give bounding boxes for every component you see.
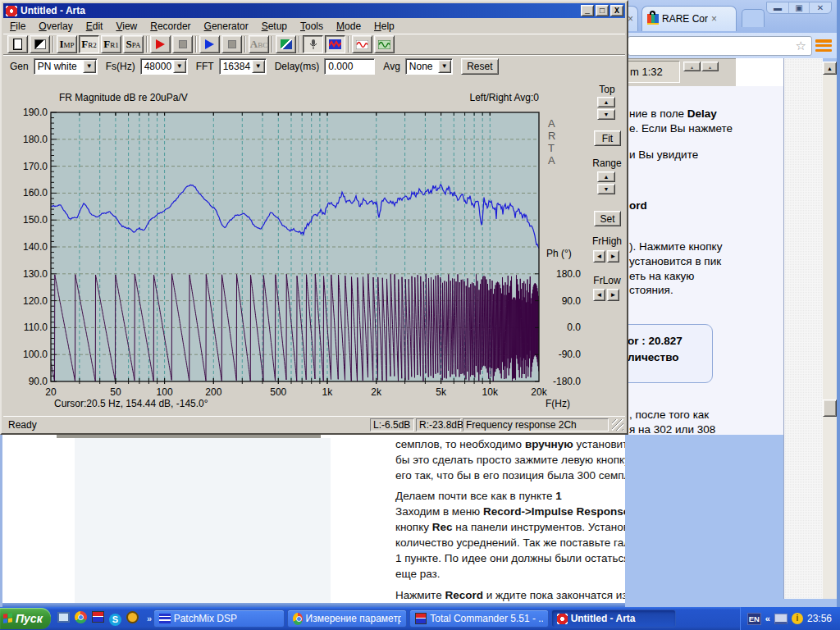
top-up-button[interactable]: ▲ <box>597 97 615 107</box>
signal-gen-button[interactable] <box>325 35 345 53</box>
menu-item-view[interactable]: View <box>109 19 144 34</box>
chevron-down-icon: ▼ <box>83 60 96 73</box>
generator-setup-button[interactable] <box>374 35 395 53</box>
total-commander-icon[interactable] <box>92 611 104 626</box>
y-axis-tick: 160.0 <box>10 187 48 199</box>
new-file-button[interactable] <box>7 35 28 53</box>
frhigh-right-button[interactable]: ► <box>607 250 619 262</box>
arta-app-icon <box>6 6 17 16</box>
taskbar-arta[interactable]: Untitled - Arta <box>551 609 676 628</box>
scrollbar-thumb[interactable] <box>823 399 837 417</box>
clock-icon[interactable] <box>126 611 139 627</box>
delay-label: Delay(ms) <box>275 61 320 72</box>
fs-select[interactable]: 48000▼ <box>140 58 188 75</box>
abc-label-button[interactable]: ABC <box>249 35 269 53</box>
gen-select[interactable]: PN white▼ <box>34 58 98 75</box>
start-button[interactable]: Пуск <box>0 608 51 629</box>
taskbar-total-commander[interactable]: Total Commander 5.51 - ... <box>409 609 549 628</box>
microphone-button[interactable] <box>303 35 323 53</box>
show-desktop-icon <box>57 612 70 623</box>
frlow-left-button[interactable]: ◄ <box>593 289 605 301</box>
taskbar-patchmix[interactable]: PatchMix DSP <box>153 609 285 628</box>
play-stop-button[interactable] <box>221 35 242 53</box>
reset-button[interactable]: Reset <box>461 58 499 75</box>
menu-item-file[interactable]: File <box>3 19 32 34</box>
start-label: Пуск <box>16 612 43 625</box>
spa-mode-button[interactable]: SPA <box>123 35 144 53</box>
spin-left-button[interactable]: ▴ <box>683 62 701 71</box>
info-tray-icon[interactable]: i <box>792 613 803 624</box>
tray-chevron-icon[interactable]: « <box>765 614 770 623</box>
status-right-level: R:-23.8dB <box>416 418 461 431</box>
record-stop-button[interactable] <box>172 35 193 53</box>
fr1-mode-button[interactable]: FR1 <box>101 35 121 53</box>
play-button[interactable] <box>199 35 220 53</box>
close-button[interactable]: ✕ <box>810 2 831 13</box>
range-up-button[interactable]: ▲ <box>597 171 615 182</box>
menu-item-recorder[interactable]: Recorder <box>144 19 197 34</box>
bookmark-star-icon[interactable]: ☆ <box>796 39 806 53</box>
phase-axis-tick: 0.0 <box>542 322 581 333</box>
menu-item-edit[interactable]: Edit <box>80 19 110 34</box>
chrome-icon[interactable] <box>75 611 87 627</box>
y-axis-tick: 150.0 <box>10 214 48 226</box>
delay-input[interactable]: 0.000 <box>324 58 375 75</box>
fft-select[interactable]: 16384▼ <box>219 58 267 75</box>
fr-magnitude-chart: FR Magnitude dB re 20uPa/VLeft/Right Avg… <box>8 80 584 418</box>
phase-axis-tick: 90.0 <box>542 295 581 307</box>
clock-icon <box>126 611 139 623</box>
total-commander-icon <box>92 611 104 623</box>
record-button[interactable] <box>150 35 171 53</box>
y-axis-tick: 180.0 <box>10 134 48 145</box>
arta-menu-bar: FileOverlayEditViewRecorderGeneratorSetu… <box>3 18 625 34</box>
show-desktop-icon[interactable] <box>57 611 70 626</box>
info-quote-box: or : 20.827личество <box>625 324 713 383</box>
frlow-right-button[interactable]: ► <box>607 289 619 301</box>
resize-grip[interactable] <box>612 419 623 431</box>
display-tray-icon[interactable] <box>774 614 788 624</box>
menu-item-generator[interactable]: Generator <box>198 19 255 34</box>
imp-mode-button[interactable]: IMP <box>57 35 77 53</box>
close-button[interactable]: X <box>610 5 623 16</box>
maximize-button[interactable]: □ <box>596 5 609 16</box>
scroll-up-button[interactable]: ▲ <box>823 62 837 75</box>
tab-rare-cor[interactable]: RARE Cor × <box>641 6 737 31</box>
menu-item-help[interactable]: Help <box>368 19 401 34</box>
skype-icon: S <box>109 614 121 626</box>
browser-menu-icon[interactable] <box>815 39 832 52</box>
language-indicator[interactable]: EN <box>747 613 761 625</box>
minimize-button[interactable]: _ <box>581 5 594 16</box>
menu-item-tools[interactable]: Tools <box>294 19 330 34</box>
sine-button[interactable] <box>352 35 372 53</box>
phase-axis-label: Ph (°) <box>546 248 572 259</box>
avg-select[interactable]: None▼ <box>405 58 453 75</box>
y-axis-tick: 90.0 <box>10 376 48 387</box>
spectrum-scaling-button[interactable] <box>276 35 296 53</box>
maximize-button[interactable]: ▣ <box>788 2 810 13</box>
menu-item-setup[interactable]: Setup <box>255 19 294 34</box>
fit-button[interactable]: Fit <box>594 130 621 146</box>
menu-item-overlay[interactable]: Overlay <box>32 19 79 34</box>
info-box-line: or : 20.827 <box>628 335 682 347</box>
minimize-button[interactable]: ▬ <box>767 2 788 13</box>
top-down-button[interactable]: ▼ <box>597 109 615 120</box>
forum-text-line: я на 302 или 308 <box>629 423 715 435</box>
overlay-button[interactable] <box>30 35 50 53</box>
range-down-button[interactable]: ▼ <box>597 184 615 194</box>
chart-title: FR Magnitude dB re 20uPa/V <box>59 92 188 103</box>
fr2-mode-button[interactable]: FR2 <box>79 35 99 53</box>
browser-window-buttons: ▬ ▣ ✕ <box>766 2 832 14</box>
new-tab-button[interactable] <box>742 9 765 27</box>
taskbar-izmerenie[interactable]: Измерение параметров ... <box>287 609 407 628</box>
tab-close-icon[interactable]: × <box>711 13 717 25</box>
arta-toolbar: IMPFR2FR1SPAABC <box>3 34 625 54</box>
skype-icon[interactable]: S <box>109 611 121 626</box>
right-scrollbar[interactable]: ▲ <box>823 62 837 599</box>
arta-title-bar[interactable]: Untitled - Arta _ □ X <box>3 3 625 18</box>
spin-right-button[interactable]: ▴ <box>701 62 719 71</box>
tab-close-icon[interactable]: × <box>628 13 633 25</box>
set-button[interactable]: Set <box>594 211 621 226</box>
menu-item-mode[interactable]: Mode <box>330 19 368 34</box>
frhigh-left-button[interactable]: ◄ <box>593 250 605 262</box>
address-input[interactable]: ☆ <box>628 36 812 56</box>
